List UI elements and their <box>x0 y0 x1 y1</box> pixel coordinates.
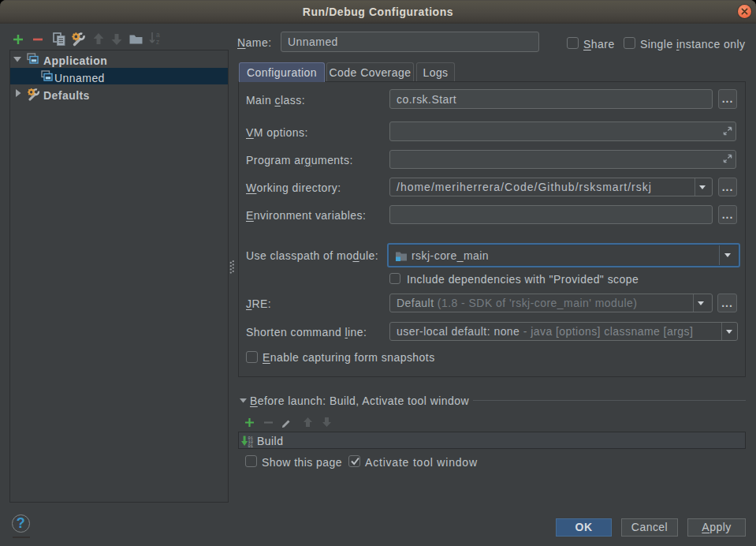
svg-text:z: z <box>156 38 160 46</box>
svg-text:01: 01 <box>248 444 253 448</box>
